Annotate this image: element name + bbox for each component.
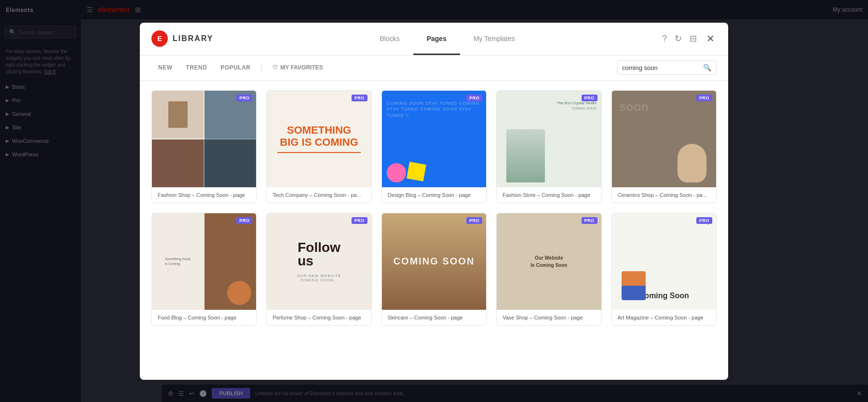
pro-badge: PRO (466, 95, 482, 101)
library-modal: E LIBRARY Blocks Pages My Templates ? ↻ … (140, 23, 728, 380)
tab-blocks[interactable]: Blocks (366, 23, 413, 55)
pro-badge: PRO (352, 217, 367, 224)
filter-trend[interactable]: TREND (179, 55, 214, 80)
food-text: Something Goodis Coming (165, 257, 190, 266)
skincare-text: COMING SOON (393, 256, 475, 267)
modal-header-actions: ? ↻ ⊟ ✕ (662, 31, 717, 46)
filter-favorites[interactable]: ♡ MY FAVORITES (266, 64, 330, 71)
ceramics-vase (678, 144, 706, 182)
template-card-design-blog[interactable]: PRO COMING SOON STAY TUNED COMINGSTAY TU… (381, 90, 487, 203)
card-thumb-skincare: PRO COMING SOON (382, 213, 486, 310)
pro-badge: PRO (582, 217, 597, 224)
pro-badge: PRO (236, 217, 252, 224)
thumb-tech-company: SOMETHINGBIG IS COMING (267, 91, 371, 187)
thumb-fashion-store: The Eco Crystal Studio COMING SOON (497, 91, 601, 187)
card-label-ceramics: Ceramics Shop – Coming Soon - pa... (612, 187, 716, 203)
modal-overlay: E LIBRARY Blocks Pages My Templates ? ↻ … (0, 0, 868, 402)
pro-badge: PRO (466, 217, 482, 224)
shape-rect (407, 162, 426, 181)
card-thumb-vase: PRO Our WebsiteIs Coming Soon (497, 213, 601, 310)
follow-text: Followus (298, 241, 340, 268)
card-label-fashion-store: Fashion Store – Coming Soon - page (497, 187, 601, 203)
template-card-tech-company[interactable]: PRO SOMETHINGBIG IS COMING Tech Company … (266, 90, 371, 203)
template-card-art-magazine[interactable]: PRO ⋮ Coming Soon Art Magazine – Coming … (611, 213, 717, 326)
card-label-art-magazine: Art Magazine – Coming Soon - page (612, 310, 716, 325)
tab-pages[interactable]: Pages (413, 23, 460, 55)
tech-big-text: SOMETHINGBIG IS COMING (280, 125, 358, 148)
heart-icon: ♡ (272, 64, 278, 71)
pro-badge: PRO (696, 95, 712, 101)
card-label-food-blog: Food Blog – Coming Soon - page (152, 310, 256, 325)
template-card-fashion-store[interactable]: PRO The Eco Crystal Studio COMING SOON F… (496, 90, 601, 203)
art-coming-text: Coming Soon (639, 291, 689, 300)
help-icon[interactable]: ? (662, 34, 667, 44)
card-label-fashion-shop: Fashion Shop – Coming Soon - page (152, 187, 256, 203)
search-box[interactable]: 🔍 (617, 60, 717, 75)
thumb-vase: Our WebsiteIs Coming Soon (497, 213, 601, 310)
modal-content: PRO Fashion Shop – Coming Soon - page PR (140, 81, 728, 380)
library-logo: E LIBRARY (151, 30, 214, 47)
library-logo-icon: E (151, 30, 168, 47)
modal-tabs: Blocks Pages My Templates (233, 23, 662, 55)
ceramics-soon-text: soon (619, 100, 649, 113)
shape-circle (387, 163, 406, 182)
card-thumb-design-blog: PRO COMING SOON STAY TUNED COMINGSTAY TU… (382, 91, 486, 187)
template-card-vase[interactable]: PRO Our WebsiteIs Coming Soon Vase Shop … (496, 213, 601, 326)
art-figure (622, 271, 646, 300)
card-thumb-tech-company: PRO SOMETHINGBIG IS COMING (267, 91, 371, 187)
pro-badge: PRO (696, 217, 712, 224)
card-label-perfume: Perfume Shop – Coming Soon - page (267, 310, 371, 325)
card-thumb-fashion-shop: PRO (152, 91, 256, 187)
thumb-skincare: COMING SOON (382, 213, 486, 310)
thumb-food-blog: Something Goodis Coming (152, 213, 256, 310)
card-label-tech-company: Tech Company – Coming Soon - pa... (267, 187, 371, 203)
search-submit-icon[interactable]: 🔍 (703, 64, 711, 71)
thumb-fashion-shop (152, 91, 256, 187)
card-label-vase: Vase Shop – Coming Soon - page (497, 310, 601, 325)
design-shapes (387, 163, 425, 182)
modal-filter-bar: NEW TREND POPULAR ♡ MY FAVORITES 🔍 (140, 55, 728, 81)
thumb-perfume: Followus OUR NEW WEBSITECOMING SOON... (267, 213, 371, 310)
card-thumb-fashion-store: PRO The Eco Crystal Studio COMING SOON (497, 91, 601, 187)
search-input[interactable] (622, 64, 699, 71)
template-card-food-blog[interactable]: PRO Something Goodis Coming Food Blog – … (151, 213, 257, 326)
thumb-art-magazine: ⋮ Coming Soon (612, 213, 716, 310)
template-card-fashion-shop[interactable]: PRO Fashion Shop – Coming Soon - page (151, 90, 257, 203)
card-label-skincare: Skincare – Coming Soon - page (382, 310, 486, 325)
card-thumb-perfume: PRO Followus OUR NEW WEBSITECOMING SOON.… (267, 213, 371, 310)
fashion-store-product (506, 129, 545, 182)
template-card-ceramics[interactable]: PRO soon Ceramics Shop – Coming Soon - p… (611, 90, 717, 203)
card-thumb-food-blog: PRO Something Goodis Coming (152, 213, 256, 310)
save-icon[interactable]: ⊟ (690, 33, 697, 44)
food-right (204, 213, 256, 310)
template-card-skincare[interactable]: PRO COMING SOON Skincare – Coming Soon -… (381, 213, 487, 326)
thumb-design-blog: COMING SOON STAY TUNED COMINGSTAY TUNED … (382, 91, 486, 187)
vase-text: Our WebsiteIs Coming Soon (530, 254, 567, 269)
close-modal-button[interactable]: ✕ (705, 31, 717, 46)
pro-badge: PRO (582, 95, 597, 101)
modal-header: E LIBRARY Blocks Pages My Templates ? ↻ … (140, 23, 728, 55)
filter-divider (261, 63, 262, 72)
card-thumb-art-magazine: PRO ⋮ Coming Soon (612, 213, 716, 310)
tab-my-templates[interactable]: My Templates (460, 23, 529, 55)
tech-sub-line (277, 152, 361, 153)
thumb-ceramics: soon (612, 91, 716, 187)
filter-popular[interactable]: POPULAR (214, 55, 257, 80)
template-card-perfume[interactable]: PRO Followus OUR NEW WEBSITECOMING SOON.… (266, 213, 371, 326)
card-label-design-blog: Design Blog – Coming Soon - page (382, 187, 486, 203)
design-text-strip: COMING SOON STAY TUNED COMINGSTAY TUNED … (387, 100, 486, 119)
filter-new[interactable]: NEW (151, 55, 179, 80)
library-logo-text: LIBRARY (173, 34, 214, 43)
fashion-store-text: The Eco Crystal Studio COMING SOON (557, 100, 597, 111)
card-thumb-ceramics: PRO soon (612, 91, 716, 187)
pro-badge: PRO (352, 95, 367, 101)
food-left: Something Goodis Coming (152, 213, 203, 310)
refresh-icon[interactable]: ↻ (675, 33, 682, 44)
perfume-sub: OUR NEW WEBSITECOMING SOON... (297, 274, 341, 282)
pro-badge: PRO (236, 95, 252, 101)
